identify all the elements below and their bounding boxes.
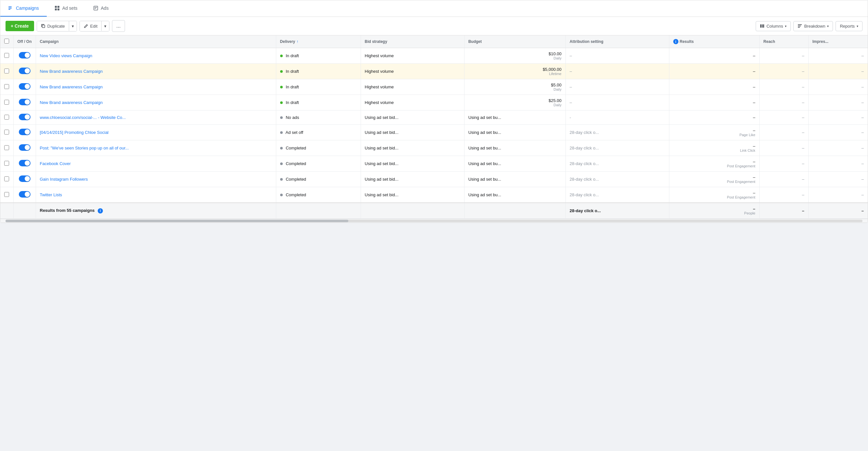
row-checkbox[interactable]: [4, 145, 9, 150]
columns-button[interactable]: Columns ▾: [756, 21, 791, 31]
campaign-toggle[interactable]: [19, 99, 31, 105]
campaign-toggle[interactable]: [19, 160, 31, 166]
row-results-cell: –Post Engagement: [669, 187, 759, 203]
adsets-icon: [55, 5, 60, 11]
row-delivery-cell: In draft: [276, 48, 361, 64]
th-checkbox: [0, 35, 13, 48]
ads-icon: [93, 5, 98, 11]
row-attribution-cell: 28-day click o...: [565, 187, 669, 203]
campaign-toggle[interactable]: [19, 144, 31, 151]
delivery-status-dot: [280, 116, 283, 119]
campaign-link[interactable]: New Brand awareness Campaign: [40, 100, 103, 105]
row-reach-cell: –: [759, 79, 808, 95]
tab-ads[interactable]: Ads: [85, 0, 117, 17]
campaign-toggle[interactable]: [19, 191, 31, 198]
table-footer-row: Results from 55 campaigns i 28-day click…: [0, 203, 868, 219]
row-checkbox[interactable]: [4, 161, 9, 166]
select-all-checkbox[interactable]: [4, 39, 9, 44]
horizontal-scrollbar[interactable]: [0, 219, 868, 223]
create-label: + Create: [11, 23, 29, 29]
scrollbar-thumb[interactable]: [5, 220, 348, 222]
delivery-status-dot: [280, 131, 283, 134]
edit-button[interactable]: Edit: [80, 21, 101, 31]
row-checkbox[interactable]: [4, 100, 9, 105]
row-checkbox-cell: [0, 79, 13, 95]
scrollbar-track: [5, 220, 863, 222]
breakdown-button[interactable]: Breakdown ▾: [793, 21, 833, 31]
row-bid-strategy-cell: Highest volume: [361, 64, 464, 79]
row-checkbox[interactable]: [4, 176, 9, 181]
edit-caret[interactable]: ▾: [102, 21, 109, 31]
campaign-link[interactable]: Gain Instagram Followers: [40, 177, 88, 181]
row-checkbox-cell: [0, 95, 13, 111]
campaign-link[interactable]: Post: "We've seen Stories pop up on all …: [40, 146, 129, 150]
row-impressions-cell: –: [808, 48, 868, 64]
footer-info-icon[interactable]: i: [98, 208, 103, 214]
campaign-toggle[interactable]: [19, 52, 31, 58]
row-attribution-cell: –: [565, 48, 669, 64]
campaign-link[interactable]: Facebook Cover: [40, 161, 71, 166]
campaign-toggle[interactable]: [19, 114, 31, 120]
table-row: New Brand awareness Campaign In draft Hi…: [0, 79, 868, 95]
reports-button[interactable]: Reports ▾: [836, 21, 863, 31]
campaign-toggle[interactable]: [19, 83, 31, 90]
tab-adsets[interactable]: Ad sets: [47, 0, 85, 17]
row-toggle-cell: [13, 64, 36, 79]
delivery-status-dot: [280, 86, 283, 88]
th-impressions: Impres...: [808, 35, 868, 48]
campaign-toggle[interactable]: [19, 175, 31, 182]
delivery-label: In draft: [286, 69, 299, 74]
delivery-label: In draft: [286, 53, 299, 58]
th-delivery[interactable]: Delivery ↑: [276, 35, 361, 48]
row-budget-cell: Using ad set bu...: [464, 187, 565, 203]
row-checkbox[interactable]: [4, 192, 9, 197]
row-budget-cell: $10.00Daily: [464, 48, 565, 64]
campaign-link[interactable]: New Video views Campaign: [40, 53, 93, 58]
row-checkbox[interactable]: [4, 115, 9, 119]
row-impressions-cell: –: [808, 64, 868, 79]
footer-attribution: 28-day click o...: [565, 203, 669, 219]
row-reach-cell: –: [759, 125, 808, 140]
row-checkbox-cell: [0, 187, 13, 203]
row-budget-cell: $25.00Daily: [464, 95, 565, 111]
row-campaign-cell: www.chloesocial.com/social-... - Website…: [36, 111, 276, 125]
row-checkbox-cell: [0, 140, 13, 156]
campaign-toggle[interactable]: [19, 67, 31, 74]
columns-label: Columns: [766, 24, 783, 29]
duplicate-button[interactable]: Duplicate: [37, 21, 69, 31]
results-info-icon[interactable]: i: [673, 39, 678, 44]
row-checkbox[interactable]: [4, 130, 9, 135]
row-toggle-cell: [13, 156, 36, 172]
row-checkbox[interactable]: [4, 53, 9, 58]
campaign-link[interactable]: New Brand awareness Campaign: [40, 84, 103, 89]
edit-label: Edit: [90, 24, 97, 29]
row-results-cell: –: [669, 95, 759, 111]
row-checkbox[interactable]: [4, 68, 9, 74]
delivery-label: Completed: [286, 146, 306, 150]
campaign-link[interactable]: New Brand awareness Campaign: [40, 69, 103, 74]
breakdown-caret: ▾: [827, 24, 829, 28]
row-results-cell: –: [669, 111, 759, 125]
row-checkbox[interactable]: [4, 84, 9, 89]
row-delivery-cell: In draft: [276, 64, 361, 79]
create-button[interactable]: + Create: [5, 21, 34, 31]
tab-campaigns[interactable]: Campaigns: [0, 0, 47, 17]
campaign-link[interactable]: [04/14/2015] Promoting Chloe Social: [40, 130, 109, 135]
edit-icon: [84, 24, 88, 28]
campaign-link[interactable]: www.chloesocial.com/social-... - Website…: [40, 115, 126, 120]
row-delivery-cell: No ads: [276, 111, 361, 125]
svg-rect-2: [8, 9, 10, 10]
campaign-link[interactable]: Twitter Lists: [40, 192, 62, 197]
row-campaign-cell: New Brand awareness Campaign: [36, 79, 276, 95]
row-budget-cell: Using ad set bu...: [464, 156, 565, 172]
row-attribution-cell: 28-day click o...: [565, 156, 669, 172]
more-button[interactable]: ...: [112, 20, 125, 32]
row-delivery-cell: Ad set off: [276, 125, 361, 140]
row-bid-strategy-cell: Using ad set bid...: [361, 140, 464, 156]
row-bid-strategy-cell: Highest volume: [361, 48, 464, 64]
campaign-toggle[interactable]: [19, 129, 31, 135]
row-attribution-cell: -: [565, 111, 669, 125]
duplicate-caret[interactable]: ▾: [69, 21, 76, 31]
row-campaign-cell: New Video views Campaign: [36, 48, 276, 64]
row-campaign-cell: Twitter Lists: [36, 187, 276, 203]
